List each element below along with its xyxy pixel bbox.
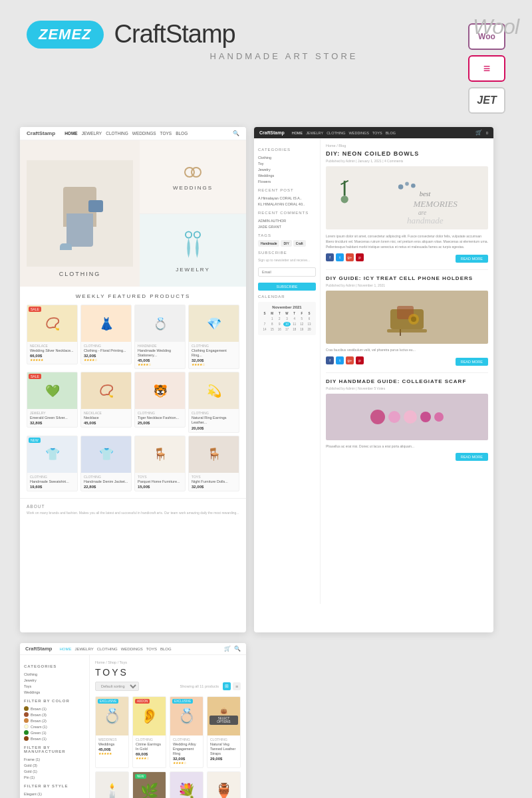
blog-nav-weddings[interactable]: WEDDINGS: [349, 131, 369, 135]
product-item-11[interactable]: 🪑 Toys Parquet Home Furniture... 15,00$: [134, 436, 186, 491]
hero-weddings[interactable]: WEDDINGS: [140, 140, 246, 214]
google-share-2[interactable]: g+: [346, 356, 354, 364]
product-item-4[interactable]: 💎 Clothing Clothing Engagement Ring... 3…: [188, 305, 239, 369]
hero-jewelry[interactable]: JEWELRY: [140, 214, 246, 287]
sort-select[interactable]: Default sorting: [95, 682, 139, 691]
recent-post-1[interactable]: A Himalayan CORAL IS A..: [258, 195, 316, 201]
search-icon-shop[interactable]: 🔍: [234, 646, 241, 652]
cal-date[interactable]: 9: [276, 322, 283, 327]
twitter-share-2[interactable]: t: [336, 356, 344, 364]
product-item-1[interactable]: SALE 📿 Necklace Wedding Silver Necklace.…: [27, 305, 78, 369]
style-elegant1[interactable]: Elegant (1): [24, 791, 85, 797]
cal-date[interactable]: 5: [299, 317, 305, 321]
color-filter-item[interactable]: Green (1): [24, 730, 85, 735]
cal-date[interactable]: 12: [299, 322, 305, 327]
product-item-6[interactable]: 📿 Necklace Necklace 45,00$: [80, 372, 132, 432]
shop-product-8[interactable]: 🏺 Weddings Wedding Florist Design Glass.…: [207, 771, 241, 798]
color-label[interactable]: Brown (2): [31, 718, 47, 724]
pinterest-share[interactable]: p: [356, 253, 364, 261]
shop-nav-toys[interactable]: TOYS: [146, 647, 157, 651]
color-filter-item[interactable]: Brown (3): [24, 712, 85, 718]
cal-date[interactable]: 13: [306, 322, 313, 327]
filter-toys[interactable]: Toys: [24, 683, 85, 689]
shop-product-2[interactable]: ADDON 👂 Clothing Citrine Earrings In Gol…: [132, 696, 166, 768]
hero-clothing[interactable]: CLOTHING: [20, 140, 140, 287]
color-filter-item[interactable]: Cream (1): [24, 724, 85, 730]
color-label[interactable]: Brown (3): [31, 712, 47, 718]
shop-cart-icon[interactable]: 🛒: [224, 646, 231, 652]
list-view-button[interactable]: ≡: [233, 682, 241, 690]
shop-nav-jewelry[interactable]: JEWELRY: [74, 647, 93, 651]
facebook-share-2[interactable]: f: [326, 356, 334, 364]
color-filter-item[interactable]: Brown (2): [24, 718, 85, 724]
product-item-8[interactable]: 💫 Clothing Natural Ring Earrings Leather…: [188, 372, 239, 432]
cal-date[interactable]: 14: [261, 327, 268, 332]
filter-clothing[interactable]: Clothing: [24, 671, 85, 677]
color-label[interactable]: Brown (1): [31, 735, 47, 741]
sidebar-weddings[interactable]: Weddings: [258, 172, 316, 178]
shop-product-3[interactable]: EXCLUSIVE 💍 Clothing Wedding Alloy Engag…: [170, 696, 203, 768]
cal-date[interactable]: [261, 317, 268, 321]
cal-today[interactable]: 10: [283, 322, 290, 327]
recent-post-2[interactable]: KL HIMALAYAN CORAL 40..: [258, 201, 316, 207]
product-item-9[interactable]: NEW 👕 Clothing Handmade Sweatshirt... 19…: [27, 436, 78, 491]
nav-jewelry[interactable]: JEWELRY: [82, 131, 102, 136]
product-item-2[interactable]: 👗 Clothing Clothing - Floral Printing...…: [80, 305, 132, 369]
cal-date[interactable]: 3: [283, 317, 290, 321]
tag-item[interactable]: DIY: [281, 240, 291, 247]
product-item-7[interactable]: 🐯 Clothing Tiger Necklace Fashion... 25,…: [134, 372, 186, 432]
color-filter-item[interactable]: Brown (1): [24, 735, 85, 741]
shop-nav-blog[interactable]: BLOG: [160, 647, 172, 651]
tag-item[interactable]: Craft: [293, 240, 306, 247]
recent-comment-2[interactable]: JADE GRANT: [258, 223, 316, 229]
product-item-3[interactable]: 💍 Handmade Handmade Wedding Stationery..…: [134, 305, 186, 369]
shop-product-6[interactable]: NEW 🌿 Clothing Tree Branch Candle Holder…: [132, 771, 166, 798]
color-label[interactable]: Brown (1): [31, 706, 47, 712]
shop-nav-home[interactable]: HOME: [59, 647, 71, 651]
nav-clothing[interactable]: CLOTHING: [106, 131, 128, 136]
subscribe-button[interactable]: SUBSCRIBE: [258, 283, 316, 291]
mfr-pin[interactable]: Pin (1): [24, 774, 85, 780]
mfr-gold2[interactable]: Gold (1): [24, 768, 85, 774]
shop-nav-weddings[interactable]: WEDDINGS: [121, 647, 143, 651]
tag-item[interactable]: Handmade: [258, 240, 279, 247]
color-label[interactable]: Cream (1): [31, 724, 47, 730]
shop-product-7[interactable]: 💐 Weddings Wedding Glenora Florist Bouti…: [170, 771, 203, 798]
blog-nav-clothing[interactable]: CLOTHING: [327, 131, 345, 135]
pinterest-share-2[interactable]: p: [356, 356, 364, 364]
cal-date[interactable]: 7: [261, 322, 268, 327]
cal-date[interactable]: 4: [291, 317, 298, 321]
cal-date[interactable]: 2: [276, 317, 283, 321]
nav-weddings[interactable]: WEDDINGS: [132, 131, 156, 136]
select-options-btn[interactable]: SELECT OPTIONS: [209, 716, 238, 725]
sidebar-flowers[interactable]: Flowers: [258, 178, 316, 184]
search-icon[interactable]: 🔍: [233, 130, 239, 136]
subscribe-email-input[interactable]: [258, 267, 316, 277]
google-share[interactable]: g+: [346, 253, 354, 261]
sidebar-clothing[interactable]: Clothing: [258, 154, 316, 160]
cal-date[interactable]: 15: [269, 327, 275, 332]
product-item-10[interactable]: 👕 Clothing Handmade Denim Jacket... 22,8…: [80, 436, 132, 491]
facebook-share[interactable]: f: [326, 253, 334, 261]
blog-nav-toys[interactable]: TOYS: [372, 131, 382, 135]
cal-date[interactable]: 18: [291, 327, 298, 332]
blog-nav-jewelry[interactable]: JEWELRY: [306, 131, 323, 135]
cart-icon[interactable]: 🛒: [475, 130, 482, 136]
mfr-frame[interactable]: Frame (1): [24, 756, 85, 762]
cal-date[interactable]: 11: [291, 322, 298, 327]
shop-nav-clothing[interactable]: CLOTHING: [97, 647, 118, 651]
cal-date[interactable]: 8: [269, 322, 275, 327]
color-filter-item[interactable]: Brown (1): [24, 706, 85, 712]
cal-date[interactable]: 17: [283, 327, 290, 332]
mfr-gold1[interactable]: Gold (3): [24, 762, 85, 768]
cal-date[interactable]: 19: [299, 327, 305, 332]
read-more-3[interactable]: READ MORE: [456, 453, 488, 461]
sidebar-toy[interactable]: Toy: [258, 160, 316, 166]
grid-view-button[interactable]: ⊞: [223, 682, 231, 690]
cal-date[interactable]: 16: [276, 327, 283, 332]
blog-nav-home[interactable]: HOME: [292, 131, 303, 135]
nav-home[interactable]: HOME: [65, 131, 78, 136]
filter-jewelry[interactable]: Jewelry: [24, 677, 85, 683]
twitter-share[interactable]: t: [336, 253, 344, 261]
nav-toys[interactable]: TOYS: [160, 131, 172, 136]
